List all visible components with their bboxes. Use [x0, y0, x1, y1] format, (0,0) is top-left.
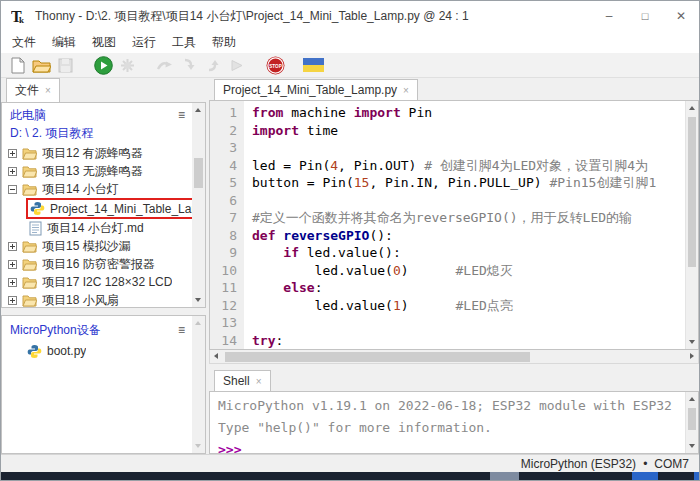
save-file-button[interactable] — [53, 54, 77, 77]
scroll-down-icon[interactable] — [192, 439, 205, 453]
menu-item-tools[interactable]: 工具 — [164, 32, 204, 53]
stop-restart-button[interactable]: STOP — [263, 54, 287, 77]
code-line[interactable] — [252, 314, 698, 332]
device-panel-header[interactable]: MicroPython设备 ≡ — [2, 321, 205, 339]
step-out-button[interactable] — [201, 54, 225, 77]
code-line[interactable]: led.value(0) #LED熄灭 — [252, 262, 698, 280]
scroll-right-icon[interactable] — [684, 350, 698, 364]
code-line[interactable]: try: — [252, 332, 698, 350]
shell-prompt[interactable]: >>> — [218, 439, 698, 454]
tree-item-label: 项目14 小台灯.md — [47, 220, 144, 237]
tree-item-project-16[interactable]: 项目16 防窃密警报器 — [2, 255, 205, 273]
device-panel-menu-icon[interactable]: ≡ — [178, 324, 185, 336]
code-line[interactable]: from machine import Pin — [252, 104, 698, 122]
expand-icon[interactable] — [8, 278, 17, 287]
scrollbar-thumb[interactable] — [688, 117, 696, 267]
resume-button[interactable] — [225, 54, 249, 77]
editor-scrollbar[interactable] — [685, 101, 698, 349]
code-editor[interactable]: 1234567891011121314 from machine import … — [209, 100, 699, 350]
toolbar: STOP — [1, 53, 699, 78]
files-tabstrip: 文件 × — [1, 78, 206, 102]
tree-item-project-14-md[interactable]: 项目14 小台灯.md — [2, 219, 205, 237]
code-line[interactable]: if led.value(): — [252, 244, 698, 262]
scrollbar-thumb[interactable] — [688, 408, 696, 430]
tree-root-computer[interactable]: 此电脑 ≡ — [2, 106, 205, 124]
expand-icon[interactable] — [8, 167, 17, 176]
expand-icon[interactable] — [8, 242, 17, 251]
menu-item-view[interactable]: 视图 — [84, 32, 124, 53]
shell-scrollbar[interactable] — [685, 392, 698, 453]
scroll-up-icon[interactable] — [192, 103, 205, 117]
run-script-button[interactable] — [91, 54, 115, 77]
collapse-icon[interactable] — [8, 185, 17, 194]
code-line[interactable] — [252, 192, 698, 210]
debug-script-button[interactable] — [115, 54, 139, 77]
tree-item-project-18[interactable]: 项目18 小风扇 — [2, 291, 205, 308]
tree-item-project-13[interactable]: 项目13 无源蜂鸣器 — [2, 162, 205, 180]
menu-item-help[interactable]: 帮助 — [204, 32, 244, 53]
code-line[interactable]: #定义一个函数并将其命名为reverseGPIO()，用于反转LED的输 — [252, 209, 698, 227]
tree-item-label: 项目12 有源蜂鸣器 — [42, 145, 143, 162]
code-line[interactable]: led = Pin(4, Pin.OUT) # 创建引脚4为LED对象，设置引脚… — [252, 157, 698, 175]
panel-sash[interactable] — [1, 308, 206, 315]
tree-item-project-12[interactable]: 项目12 有源蜂鸣器 — [2, 144, 205, 162]
scrollbar-thumb[interactable] — [194, 158, 203, 188]
scroll-up-icon[interactable] — [686, 101, 699, 115]
tree-root-path[interactable]: D: \ 2. 项目教程 — [2, 124, 205, 142]
scroll-down-icon[interactable] — [686, 335, 699, 349]
device-item-boot-py[interactable]: boot.py — [2, 342, 205, 360]
open-file-icon — [32, 58, 51, 73]
files-scrollbar[interactable] — [192, 103, 205, 307]
scroll-left-icon[interactable] — [210, 350, 224, 364]
tab-files[interactable]: 文件 × — [6, 78, 60, 102]
python-icon — [30, 201, 45, 216]
line-number: 1 — [210, 104, 237, 122]
expand-icon[interactable] — [8, 260, 17, 269]
line-number: 11 — [210, 279, 237, 297]
editor-hscrollbar[interactable] — [209, 350, 699, 364]
code-pane[interactable]: from machine import Pinimport timeled = … — [244, 101, 698, 349]
ukraine-flag-button[interactable] — [301, 54, 325, 77]
new-file-button[interactable] — [5, 54, 29, 77]
step-into-button[interactable] — [177, 54, 201, 77]
tree-item-project-15[interactable]: 项目15 模拟沙漏 — [2, 237, 205, 255]
maximize-button[interactable]: □ — [627, 1, 663, 31]
tab-editor-file[interactable]: Project_14_Mini_Table_Lamp.py × — [214, 79, 418, 100]
menu-item-edit[interactable]: 编辑 — [44, 32, 84, 53]
scroll-down-icon[interactable] — [686, 439, 699, 453]
scroll-down-icon[interactable] — [192, 293, 205, 307]
tab-editor-close-icon[interactable]: × — [403, 85, 409, 96]
step-over-button[interactable] — [153, 54, 177, 77]
expand-icon[interactable] — [8, 149, 17, 158]
close-button[interactable]: ✕ — [663, 1, 699, 31]
scroll-up-icon[interactable] — [686, 392, 699, 406]
scroll-up-icon[interactable] — [192, 316, 205, 330]
tab-shell[interactable]: Shell × — [214, 370, 271, 391]
save-file-icon — [58, 58, 73, 73]
folder-icon — [22, 294, 37, 307]
status-port[interactable]: COM7 — [654, 457, 689, 471]
menu-item-file[interactable]: 文件 — [4, 32, 44, 53]
current-path-label: D: \ 2. 项目教程 — [10, 125, 93, 142]
tab-shell-close-icon[interactable]: × — [256, 376, 262, 387]
files-panel-menu-icon[interactable]: ≡ — [178, 109, 185, 121]
code-line[interactable]: button = Pin(15, Pin.IN, Pin.PULL_UP) #P… — [252, 174, 698, 192]
device-scrollbar[interactable] — [192, 316, 205, 453]
status-backend[interactable]: MicroPython (ESP32) — [521, 457, 636, 471]
tab-files-close-icon[interactable]: × — [45, 85, 51, 96]
tree-item-project-17[interactable]: 项目17 I2C 128×32 LCD — [2, 273, 205, 291]
expand-icon[interactable] — [8, 296, 17, 305]
code-line[interactable]: else: — [252, 279, 698, 297]
code-line[interactable]: led.value(1) #LED点亮 — [252, 297, 698, 315]
open-file-button[interactable] — [29, 54, 53, 77]
menu-item-run[interactable]: 运行 — [124, 32, 164, 53]
tree-item-project-14-script[interactable]: Project_14_Mini_Table_Lar — [2, 198, 205, 219]
scrollbar-thumb[interactable] — [225, 352, 530, 362]
code-line[interactable] — [252, 139, 698, 157]
tree-item-project-14[interactable]: 项目14 小台灯 — [2, 180, 205, 198]
code-line[interactable]: import time — [252, 122, 698, 140]
code-line[interactable]: def reverseGPIO(): — [252, 227, 698, 245]
line-number: 8 — [210, 227, 237, 245]
shell-panel[interactable]: MicroPython v1.19.1 on 2022-06-18; ESP32… — [209, 391, 699, 454]
minimize-button[interactable]: – — [591, 1, 627, 31]
